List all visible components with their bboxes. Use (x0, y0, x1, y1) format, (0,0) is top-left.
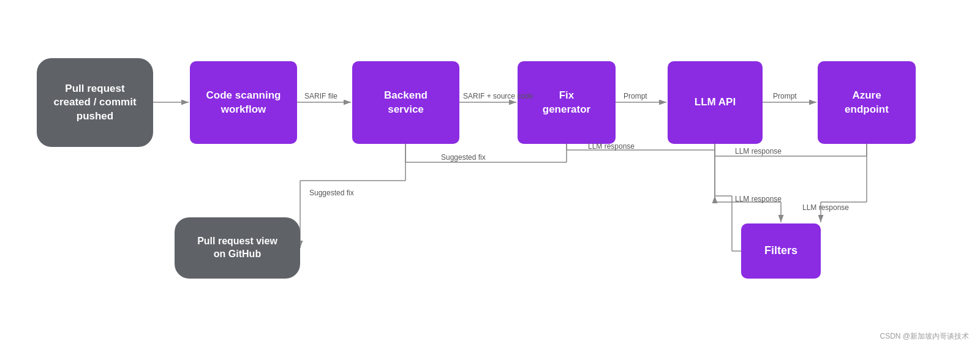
sarif-file-label: SARIF file (304, 92, 337, 100)
prompt2-label: Prompt (773, 92, 797, 100)
llm-api-node: LLM API (668, 61, 763, 144)
llm-response4-label: LLM response (802, 203, 849, 212)
llm-response1-label: LLM response (588, 142, 635, 151)
fix-generator-node: Fixgenerator (518, 61, 616, 144)
workflow-node: Code scanningworkflow (190, 61, 297, 144)
trigger-node: Pull requestcreated / commitpushed (37, 58, 153, 147)
filters-node: Filters (741, 223, 821, 279)
llm-response2-label: LLM response (735, 147, 782, 156)
sarif-source-label: SARIF + source code (463, 92, 533, 100)
llm-response3-label: LLM response (735, 195, 782, 203)
prompt1-label: Prompt (624, 92, 647, 100)
suggested-fix2-label: Suggested fix (309, 189, 354, 197)
backend-node: Backendservice (352, 61, 459, 144)
watermark: CSDN @新加坡内哥谈技术 (880, 331, 969, 342)
suggested-fix1-label: Suggested fix (441, 153, 486, 162)
pr-view-node: Pull request viewon GitHub (175, 217, 300, 279)
arrows-svg (0, 0, 980, 349)
diagram-container: Pull requestcreated / commitpushed Code … (0, 0, 980, 349)
azure-node: Azureendpoint (818, 61, 916, 144)
